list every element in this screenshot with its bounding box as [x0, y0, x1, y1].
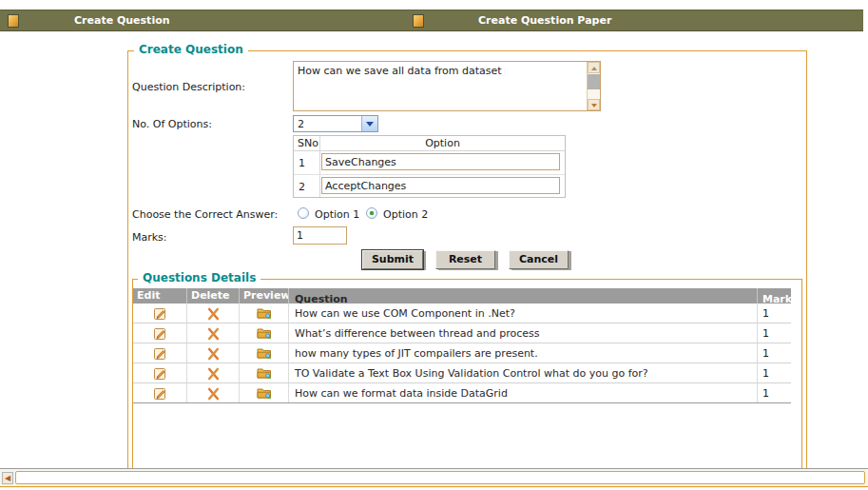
marks-header: Marks: [758, 288, 791, 304]
menu-item-create-question-paper[interactable]: Create Question Paper: [406, 10, 678, 30]
edit-button[interactable]: [133, 304, 187, 323]
preview-folder-icon: [257, 306, 272, 320]
marks-cell: 1: [758, 343, 791, 363]
horizontal-scrollbar: ◀: [0, 468, 868, 488]
correct-answer-label: Choose the Correct Answer:: [132, 208, 278, 221]
marks-cell: 1: [758, 363, 791, 382]
question-row: How can we format data inside DataGrid 1: [133, 383, 791, 403]
edit-pencil-icon: [153, 326, 167, 341]
preview-button[interactable]: [240, 304, 289, 323]
preview-header: Preview: [240, 288, 289, 304]
question-cell: TO Validate a Text Box Using Validation …: [289, 363, 758, 382]
menubar: Create Question Create Question Paper: [0, 10, 863, 31]
reset-button[interactable]: Reset: [435, 250, 495, 269]
edit-button[interactable]: [133, 363, 187, 382]
question-description-label: Question Description:: [132, 81, 245, 93]
options-table: SNo Option 1 2: [293, 135, 566, 198]
option-1-radio[interactable]: [298, 207, 309, 219]
cancel-button[interactable]: Cancel: [509, 250, 569, 269]
marks-label: Marks:: [132, 231, 167, 244]
marks-cell: 1: [758, 323, 791, 343]
preview-folder-icon: [257, 366, 272, 380]
option-sno: 2: [299, 181, 305, 193]
submit-button[interactable]: Submit: [362, 250, 423, 269]
menu-item-create-question[interactable]: Create Question: [0, 10, 406, 30]
option-2-radio-label[interactable]: Option 2: [383, 208, 428, 221]
edit-button[interactable]: [133, 323, 187, 343]
option-1-input[interactable]: [321, 153, 560, 170]
question-cell: How can we use COM Component in .Net?: [289, 304, 758, 323]
preview-button[interactable]: [240, 323, 289, 343]
preview-folder-icon: [257, 346, 272, 360]
delete-header: Delete: [187, 288, 240, 304]
marks-cell: 1: [758, 383, 791, 402]
preview-folder-icon: [257, 386, 272, 400]
preview-button[interactable]: [240, 343, 289, 363]
textarea-scrollbar[interactable]: [587, 62, 600, 110]
question-cell: How can we format data inside DataGrid: [289, 383, 758, 402]
delete-button[interactable]: [187, 383, 240, 402]
menu-square-icon: [413, 14, 424, 28]
no-of-options-label: No. Of Options:: [132, 118, 212, 130]
delete-x-icon: [206, 326, 221, 341]
edit-pencil-icon: [153, 306, 167, 321]
sno-header: SNo: [298, 137, 318, 149]
scrollbar-thumb[interactable]: [588, 74, 600, 89]
questions-details-legend: Questions Details: [138, 271, 260, 284]
edit-pencil-icon: [153, 386, 167, 401]
delete-x-icon: [206, 346, 221, 361]
dropdown-arrow-icon[interactable]: [361, 116, 377, 131]
edit-pencil-icon: [153, 366, 167, 381]
edit-button[interactable]: [133, 343, 187, 363]
delete-x-icon: [206, 366, 221, 381]
option-row: 1: [294, 150, 565, 175]
preview-button[interactable]: [240, 383, 289, 402]
question-header: Question: [289, 288, 758, 304]
edit-button[interactable]: [133, 383, 187, 402]
delete-button[interactable]: [187, 304, 240, 323]
option-1-radio-label[interactable]: Option 1: [315, 208, 359, 221]
option-row: 2: [294, 174, 565, 198]
question-cell: What’s difference between thread and pro…: [289, 323, 758, 343]
scroll-down-icon[interactable]: [588, 99, 600, 110]
menu-item-label: Create Question Paper: [478, 14, 611, 27]
no-of-options-select[interactable]: 2: [293, 115, 378, 132]
delete-x-icon: [206, 306, 221, 321]
page-bottom-border: [0, 486, 868, 487]
create-question-legend: Create Question: [134, 43, 248, 56]
preview-button[interactable]: [240, 363, 289, 382]
question-row: TO Validate a Text Box Using Validation …: [133, 363, 791, 383]
option-2-radio[interactable]: [366, 207, 377, 219]
edit-header: Edit: [133, 288, 187, 304]
options-table-header: SNo Option: [294, 136, 565, 151]
question-description-value: How can we save all data from dataset: [298, 65, 583, 77]
preview-folder-icon: [257, 326, 272, 340]
marks-input[interactable]: [293, 226, 347, 245]
page: Create Question Create Question Paper Cr…: [0, 0, 868, 490]
scroll-left-icon[interactable]: ◀: [2, 472, 13, 484]
delete-button[interactable]: [187, 343, 240, 363]
question-row: How can we use COM Component in .Net? 1: [133, 304, 791, 323]
option-sno: 1: [299, 157, 305, 169]
questions-table-header: Edit Delete Preview Question Marks: [133, 288, 791, 304]
marks-cell: 1: [758, 304, 791, 323]
delete-button[interactable]: [187, 323, 240, 343]
delete-x-icon: [206, 386, 221, 401]
delete-button[interactable]: [187, 363, 240, 382]
menu-square-icon: [8, 14, 19, 28]
no-of-options-selected-value: 2: [298, 118, 304, 130]
question-description-textarea[interactable]: How can we save all data from dataset: [293, 61, 601, 111]
menu-item-label: Create Question: [74, 14, 170, 27]
question-row: What’s difference between thread and pro…: [133, 323, 791, 343]
horizontal-scrollbar-thumb[interactable]: [15, 471, 865, 484]
table-bottom-border: [133, 402, 791, 403]
question-row: how many types of JIT compailers are pre…: [133, 343, 791, 363]
question-cell: how many types of JIT compailers are pre…: [289, 343, 758, 363]
option-2-input[interactable]: [321, 177, 560, 194]
edit-pencil-icon: [153, 346, 167, 361]
option-header: Option: [320, 137, 565, 149]
scroll-up-icon[interactable]: [588, 62, 600, 73]
